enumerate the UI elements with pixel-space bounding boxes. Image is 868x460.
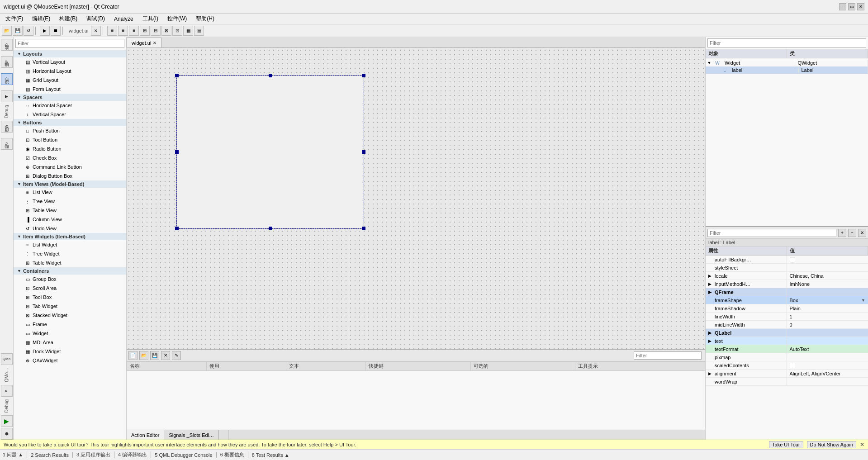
handle-tl[interactable] [175, 74, 179, 77]
icon-bar-welcome[interactable]: ⌂ [1, 39, 13, 51]
widget-item-group-box[interactable]: ▭Group Box [14, 275, 126, 284]
frameshape-dropdown[interactable]: ▼ [861, 298, 865, 303]
take-tour-button[interactable]: Take UI Tour [769, 441, 803, 448]
prop-name-qlabel[interactable]: ▶ QLabel [706, 329, 787, 337]
status-item[interactable]: 6 概要信息 [220, 451, 248, 458]
bottom-tb-open[interactable]: 📂 [139, 351, 148, 360]
bottom-tb-delete[interactable]: ✕ [161, 351, 170, 360]
do-not-show-button[interactable]: Do Not Show Again [807, 441, 856, 448]
prop-value-frameshape[interactable]: Box ▼ [787, 296, 868, 304]
toolbar-save-btn[interactable]: 💾 [13, 26, 23, 36]
menu-item-d[interactable]: 调试(D) [83, 14, 109, 24]
widget-item-form-layout[interactable]: ▧Form Layout [14, 85, 126, 94]
widget-item-tool-button[interactable]: ⊡Tool Button [14, 135, 126, 144]
section-header-containers[interactable]: ▼Containers [14, 267, 126, 275]
status-item[interactable]: 5 QML Debugger Console [155, 452, 216, 458]
prop-value-linewidth[interactable]: 1 [787, 313, 868, 320]
toolbar-btn3[interactable]: ↺ [24, 26, 33, 36]
icon-bar-edit[interactable]: ✎ [1, 56, 13, 68]
handle-mr[interactable] [362, 150, 365, 154]
handle-br[interactable] [362, 227, 365, 230]
prop-value-alignment[interactable]: AlignLeft, AlignVCenter [787, 370, 868, 377]
widget-item-push-button[interactable]: □Push Button [14, 126, 126, 135]
prop-filter-input[interactable] [707, 229, 836, 237]
prop-value-inputmethod[interactable]: ImhNone [787, 280, 868, 288]
menu-item-f[interactable]: 文件(F) [2, 14, 27, 24]
widget-item-list-widget[interactable]: ≡List Widget [14, 240, 126, 249]
menu-item-i[interactable]: 工具(I) [139, 14, 162, 24]
icon-bar-hex[interactable]: ⬢ [1, 428, 13, 440]
icon-bar-run[interactable]: ▶ [1, 415, 13, 427]
maximize-button[interactable]: ▭ [848, 3, 855, 10]
widget-item-frame[interactable]: ▭Frame [14, 320, 126, 329]
widget-item-column-view[interactable]: ▐Column View [14, 215, 126, 224]
bottom-tab-signals-slots[interactable]: Signals _Slots Edi… [164, 430, 219, 440]
prop-value-locale[interactable]: Chinese, China [787, 272, 868, 280]
status-item[interactable]: 3 应用程序输出 [76, 451, 114, 458]
prop-filter-add-btn[interactable]: + [838, 229, 846, 237]
toolbar-btn4[interactable]: ▶ [40, 26, 50, 36]
tooltip-close-icon[interactable]: ✕ [860, 441, 864, 448]
bottom-tab-extra[interactable] [219, 430, 228, 440]
toolbar-align2[interactable]: ≡ [118, 26, 128, 36]
tab-widget-ui[interactable]: widget.ui ✕ [127, 38, 161, 47]
icon-bar-project[interactable]: ⚙ [1, 121, 13, 133]
section-header-item-views-(model-based)[interactable]: ▼Item Views (Model-Based) [14, 180, 126, 188]
widget-item-horizontal-layout[interactable]: ▥Horizontal Layout [14, 66, 126, 76]
widget-item-vertical-layout[interactable]: ▤Vertical Layout [14, 57, 126, 66]
widget-filter-input[interactable] [15, 39, 124, 48]
widget-item-tree-widget[interactable]: ⋮Tree Widget [14, 249, 126, 258]
widget-item-vertical-spacer[interactable]: ↕Vertical Spacer [14, 110, 126, 119]
widget-item-mdi-area[interactable]: ▩MDI Area [14, 338, 126, 347]
toolbar-align8[interactable]: ▦ [183, 26, 193, 36]
icon-bar-debug[interactable]: ▶ [1, 90, 13, 102]
section-header-buttons[interactable]: ▼Buttons [14, 119, 126, 126]
menu-item-b[interactable]: 构建(B) [56, 14, 81, 24]
prop-value-scaledcontents[interactable] [787, 361, 868, 369]
widget-item-stacked-widget[interactable]: ⊠Stacked Widget [14, 311, 126, 320]
prop-name-qframe[interactable]: ▶ QFrame [706, 288, 787, 296]
bottom-tb-save[interactable]: 💾 [150, 351, 159, 360]
menu-item-e[interactable]: 编辑(E) [28, 14, 54, 24]
prop-value-autofill[interactable] [787, 256, 868, 263]
icon-bar-design[interactable]: ⬡ [1, 73, 13, 85]
toolbar-open-btn[interactable]: 📂 [2, 26, 12, 36]
widget-item-command-link-button[interactable]: ⊕Command Link Button [14, 162, 126, 171]
handle-ml[interactable] [175, 150, 179, 154]
object-inspector-filter-input[interactable] [707, 38, 866, 47]
prop-value-stylesheet[interactable] [787, 264, 868, 271]
handle-bl[interactable] [175, 227, 179, 230]
widget-item-tree-view[interactable]: ⋮Tree View [14, 197, 126, 206]
menu-item-h[interactable]: 帮助(H) [192, 14, 218, 24]
widget-item-table-view[interactable]: ⊞Table View [14, 206, 126, 215]
icon-bar-qmo[interactable]: QMo [1, 353, 13, 365]
handle-tm[interactable] [269, 74, 272, 77]
prop-value-pixmap[interactable] [787, 353, 868, 361]
toolbar-align7[interactable]: ⊡ [172, 26, 182, 36]
widget-item-grid-layout[interactable]: ▦Grid Layout [14, 76, 126, 85]
widget-item-dialog-button-box[interactable]: ⊞Dialog Button Box [14, 171, 126, 180]
section-header-spacers[interactable]: ▼Spacers [14, 94, 126, 101]
widget-item-table-widget[interactable]: ⊞Table Widget [14, 258, 126, 267]
widget-item-undo-view[interactable]: ↺Undo View [14, 224, 126, 233]
widget-item-radio-button[interactable]: ◉Radio Button [14, 144, 126, 153]
prop-value-midlinewidth[interactable]: 0 [787, 321, 868, 328]
widget-item-horizontal-spacer[interactable]: ↔Horizontal Spacer [14, 101, 126, 110]
prop-value-frameshadow[interactable]: Plain [787, 304, 868, 312]
status-item[interactable]: 2 Search Results [31, 452, 73, 458]
tab-close-btn[interactable]: ✕ [91, 26, 101, 36]
widget-item-tab-widget[interactable]: ⊟Tab Widget [14, 302, 126, 311]
form-widget[interactable] [176, 75, 364, 229]
handle-tr[interactable] [362, 74, 365, 77]
prop-value-textformat[interactable]: AutoText [787, 345, 868, 353]
section-header-layouts[interactable]: ▼Layouts [14, 50, 126, 57]
section-header-item-widgets-(item-based)[interactable]: ▼Item Widgets (Item-Based) [14, 233, 126, 240]
toolbar-align3[interactable]: ≡ [129, 26, 139, 36]
icon-bar-debug2[interactable]: ▸ [1, 385, 13, 397]
widget-item-scroll-area[interactable]: ⊡Scroll Area [14, 284, 126, 293]
handle-bm[interactable] [269, 227, 272, 230]
menu-item-analyze[interactable]: Analyze [110, 15, 137, 23]
canvas-area[interactable] [127, 48, 705, 349]
autofill-checkbox[interactable] [790, 257, 795, 262]
bottom-filter-input[interactable] [634, 351, 702, 360]
